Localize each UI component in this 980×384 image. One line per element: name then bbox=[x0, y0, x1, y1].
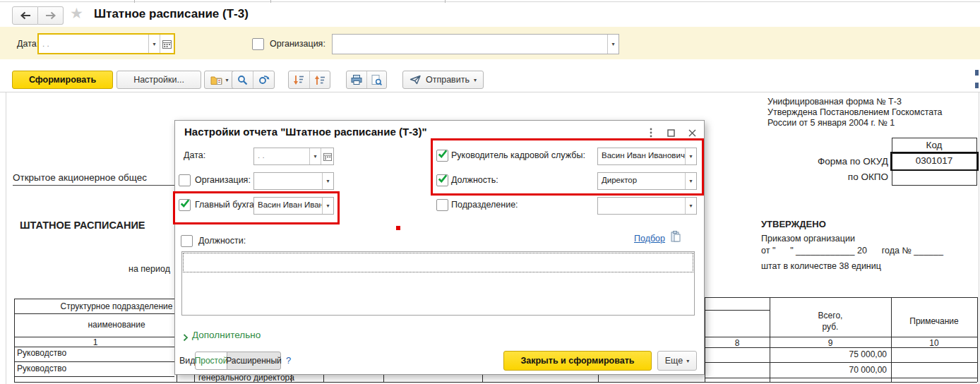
print-button-group bbox=[346, 71, 387, 89]
clipboard-icon bbox=[671, 231, 681, 242]
search-next-button[interactable] bbox=[253, 71, 274, 88]
help-link[interactable]: ? bbox=[286, 355, 291, 366]
dialog-org-checkbox[interactable] bbox=[179, 174, 191, 186]
positions-list[interactable] bbox=[181, 251, 695, 316]
filter-date-dropdown-button[interactable]: ▾ bbox=[148, 35, 160, 53]
filter-date-value[interactable]: . . bbox=[39, 35, 148, 53]
filter-org-value[interactable] bbox=[333, 35, 607, 54]
dialog-org-label: Организация: bbox=[195, 175, 251, 185]
filter-org-input[interactable]: ▾ bbox=[332, 34, 619, 54]
dialog-date-dropdown-button[interactable]: ▾ bbox=[309, 148, 321, 164]
dialog-org-dropdown-button[interactable]: ▾ bbox=[322, 173, 333, 189]
filter-date-input[interactable]: . . ▾ bbox=[37, 33, 175, 54]
app-window: ★ Штатное расписание (Т-3) Дата: . . ▾ О… bbox=[0, 0, 980, 384]
variants-dropdown-arrow: ▾ bbox=[225, 77, 228, 83]
annotation-box-chief-accountant bbox=[173, 191, 340, 224]
approved-title: УТВЕРЖДЕНО bbox=[761, 219, 826, 229]
sort-descending-button[interactable] bbox=[289, 71, 309, 88]
dialog-close-button[interactable] bbox=[685, 126, 699, 139]
dialog-date-input[interactable]: . . ▾ bbox=[253, 148, 334, 165]
view-extended-button[interactable]: Расширенный bbox=[227, 352, 281, 370]
sort-ascending-icon bbox=[314, 75, 325, 85]
department-dropdown-button[interactable]: ▾ bbox=[685, 198, 696, 214]
podbor-link[interactable]: Подбор bbox=[634, 234, 665, 244]
back-arrow-icon bbox=[20, 11, 31, 20]
filter-date-calendar-button[interactable] bbox=[160, 35, 174, 53]
positions-checkbox[interactable] bbox=[181, 235, 193, 247]
view-simple-label: Простой bbox=[195, 356, 228, 366]
page-title: Штатное расписание (Т-3) bbox=[94, 7, 249, 21]
total-value: 70 000,00 bbox=[770, 365, 887, 375]
clipped-toolbar-fragment bbox=[975, 83, 979, 88]
generate-button[interactable]: Сформировать bbox=[12, 71, 113, 89]
positions-label: Должности: bbox=[198, 236, 246, 246]
filter-org-label: Организация: bbox=[270, 39, 325, 49]
form-note-line1: Унифицированная форма № Т-3 bbox=[767, 97, 902, 107]
paste-from-clipboard-button[interactable] bbox=[671, 231, 681, 245]
search-button[interactable] bbox=[232, 71, 253, 88]
sort-descending-icon bbox=[293, 75, 304, 85]
close-and-generate-button[interactable]: Закрыть и сформировать bbox=[503, 351, 652, 371]
dialog-date-label: Дата: bbox=[184, 150, 205, 160]
maximize-icon bbox=[667, 129, 675, 137]
filter-org-dropdown-button[interactable]: ▾ bbox=[607, 35, 619, 54]
okpo-label: по ОКПО bbox=[763, 172, 888, 182]
doc-title: ШТАТНОЕ РАСПИСАНИЕ bbox=[20, 220, 145, 231]
generate-button-label: Сформировать bbox=[29, 75, 96, 85]
note-col-header: Примечание bbox=[891, 316, 977, 326]
calendar-icon bbox=[162, 40, 172, 49]
dialog-org-input[interactable]: ▾ bbox=[253, 172, 334, 190]
nav-buttons bbox=[12, 6, 64, 25]
dialog-kebab-button[interactable] bbox=[644, 126, 658, 139]
print-preview-button[interactable] bbox=[367, 71, 387, 88]
sort-ascending-button[interactable] bbox=[310, 71, 330, 88]
report-variant-folder-icon bbox=[210, 75, 222, 85]
search-icon bbox=[237, 75, 248, 85]
org-name: Открытое акционерное общес bbox=[13, 172, 147, 183]
more-button[interactable]: Еще ▾ bbox=[657, 351, 697, 371]
dialog-date-calendar-button[interactable] bbox=[321, 148, 333, 164]
clipped-toolbar-fragment bbox=[975, 70, 979, 76]
approved-line1: Приказом организации bbox=[761, 234, 855, 244]
partial-row-cell: генерального директора bbox=[198, 375, 311, 382]
department-label: Подразделение: bbox=[451, 200, 518, 210]
print-button[interactable] bbox=[347, 71, 366, 88]
department-value[interactable] bbox=[598, 198, 685, 214]
view-simple-button[interactable]: Простой bbox=[195, 352, 227, 370]
view-extended-label: Расширенный bbox=[226, 356, 282, 366]
dialog-title: Настройки отчета "Штатное расписание (Т-… bbox=[184, 126, 427, 138]
dialog-org-value[interactable] bbox=[254, 173, 322, 189]
approved-line2: от " " ____________ 20 года № ______ bbox=[761, 246, 943, 256]
settings-button[interactable]: Настройки... bbox=[116, 71, 201, 89]
sort-button-group bbox=[288, 71, 330, 89]
col10-number: 10 bbox=[891, 338, 977, 348]
additional-chevron-icon bbox=[183, 332, 189, 344]
filter-org-checkbox[interactable] bbox=[252, 38, 264, 50]
table-row: Руководство bbox=[17, 348, 66, 358]
additional-toggle[interactable]: Дополнительно bbox=[192, 330, 261, 340]
forward-arrow-icon bbox=[45, 11, 56, 20]
send-button-label: Отправить bbox=[426, 75, 470, 85]
total-header-line2: руб. bbox=[770, 322, 891, 332]
favorite-star-icon[interactable]: ★ bbox=[70, 5, 83, 22]
partial-row-text: генерального директора bbox=[198, 375, 311, 382]
annotation-dot bbox=[396, 226, 400, 230]
department-checkbox[interactable] bbox=[436, 199, 448, 211]
col9-number: 9 bbox=[770, 338, 891, 348]
form-note-line3: России от 5 января 2004 г. № 1 bbox=[767, 118, 895, 128]
nav-back-button[interactable] bbox=[12, 6, 38, 25]
nav-forward-button[interactable] bbox=[38, 6, 64, 25]
dialog-maximize-button[interactable] bbox=[664, 126, 678, 139]
report-variants-button[interactable]: ▾ bbox=[204, 71, 235, 89]
col1-number: 1 bbox=[21, 337, 169, 347]
form-note-line2: Утверждена Постановлением Госкомстата bbox=[767, 107, 942, 117]
search-next-icon bbox=[258, 75, 270, 85]
period-label: на период bbox=[129, 264, 170, 274]
positions-list-focused-row[interactable] bbox=[183, 253, 693, 272]
kod-header: Код bbox=[892, 140, 976, 150]
annotation-box-hr-position bbox=[431, 138, 704, 196]
dialog-date-value[interactable]: . . bbox=[254, 148, 309, 164]
settings-button-label: Настройки... bbox=[133, 75, 184, 85]
send-button[interactable]: Отправить ▾ bbox=[402, 71, 484, 89]
department-input[interactable]: ▾ bbox=[597, 197, 697, 215]
